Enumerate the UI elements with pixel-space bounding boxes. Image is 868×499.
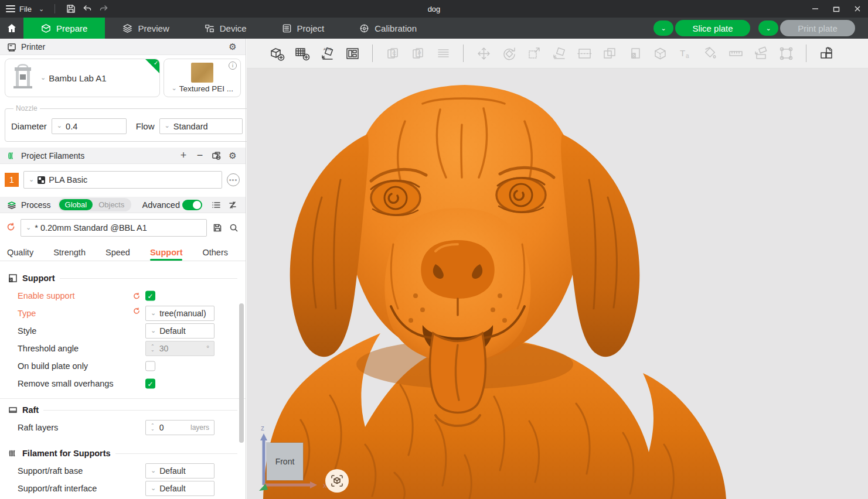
slice-options-button[interactable]: ⌄ [653,20,673,36]
tab-project[interactable]: Project [264,18,342,39]
printer-settings-button[interactable]: ⚙ [227,41,239,53]
paste-icon: P [408,43,428,63]
chevron-down-icon: ⌄ [151,484,156,492]
close-button[interactable] [847,0,868,18]
filament-name: PLA Basic [49,175,87,184]
tab-speed[interactable]: Speed [105,248,130,261]
support-painting-icon [625,43,645,63]
minimize-button[interactable] [805,0,826,18]
rotate-icon [499,43,519,63]
assembly-view-icon[interactable] [816,43,836,63]
tab-support[interactable]: Support [150,248,183,261]
svg-text:AUTO: AUTO [324,47,332,51]
model-dog[interactable] [247,69,868,499]
reset-param-button[interactable] [132,292,141,302]
chevron-down-icon: ⌄ [151,467,156,474]
save-button[interactable] [66,4,76,14]
add-object-icon[interactable] [267,43,287,63]
tab-device[interactable]: Device [187,18,264,39]
print-plate-button[interactable]: Print plate [780,20,855,36]
tab-preview[interactable]: Preview [105,18,186,39]
add-filament-button[interactable]: + [178,150,189,162]
scope-objects[interactable]: Objects [93,199,130,210]
object-list-icon [433,43,453,63]
process-header-label: Process [21,200,51,210]
param-row-enable-support: Enable support ✓ [0,287,246,305]
add-plate-icon[interactable] [292,43,312,63]
preset-row: ⌄ * 0.20mm Standard @BBL A1 [0,213,246,242]
param-row-support-raft-base: Support/raft base ⌄ Default [0,462,246,480]
compare-presets-button[interactable] [227,199,239,211]
file-menu-label: File [19,5,32,13]
plate-card[interactable]: i ⌄ Textured PEI ... [164,59,241,97]
tab-prepare[interactable]: Prepare [23,18,105,39]
fit-view-button[interactable] [325,469,349,493]
tab-calibration[interactable]: Calibration [342,18,434,39]
window-title: dog [0,5,868,13]
tab-quality[interactable]: Quality [7,248,33,261]
mesh-boolean-icon [600,43,619,63]
reset-param-button[interactable] [132,307,141,317]
slice-plate-button[interactable]: Slice plate [675,20,750,36]
flow-select[interactable]: ⌄ Standard [159,118,243,134]
navigation-cube[interactable]: Front z x [257,426,333,497]
remove-filament-button[interactable]: − [194,150,206,162]
param-row-remove-small-overhangs: Remove small overhangs ✓ [0,375,246,392]
file-menu-chevron-icon[interactable]: ⌄ [39,5,44,13]
panel-scrollbar[interactable] [239,303,244,443]
search-params-button[interactable] [228,222,240,234]
file-menu[interactable]: File [6,5,32,13]
process-preset-select[interactable]: ⌄ * 0.20mm Standard @BBL A1 [21,219,207,237]
filaments-section-header: Project Filaments + − ⚙ [0,148,246,164]
sync-filament-button[interactable] [210,150,222,162]
diameter-select[interactable]: ⌄ 0.4 [52,118,127,134]
support-type-select[interactable]: ⌄ tree(manual) [145,306,215,321]
redo-button[interactable] [98,4,109,14]
bambu-studio-window: File ⌄ dog Prepare [0,0,868,499]
undo-icon [83,4,92,13]
filaments-header-label: Project Filaments [21,151,84,160]
enable-support-checkbox[interactable]: ✓ [145,291,155,301]
auto-orient-icon[interactable]: AUTO [317,43,337,63]
filament-slot-badge: 1 [5,173,19,187]
support-raft-interface-select[interactable]: ⌄ Default [145,481,215,496]
save-preset-button[interactable] [212,222,223,234]
undo-button[interactable] [82,4,93,14]
process-scope-toggle: Global Objects [58,198,132,211]
plate-info-icon[interactable]: i [229,61,237,70]
titlebar-separator [55,4,55,13]
process-tabs: Quality Strength Speed Support Others [0,242,246,261]
on-build-plate-only-checkbox[interactable] [145,361,155,371]
advanced-toggle[interactable] [182,200,202,210]
hamburger-icon [6,5,15,12]
tab-others[interactable]: Others [202,248,228,261]
plate-name: Textured PEI ... [179,84,233,93]
arrange-icon[interactable] [342,43,362,63]
navcube-front-face[interactable]: Front [267,443,303,480]
printer-image [10,63,36,93]
process-section-header: Process Global Objects Advanced [0,197,246,213]
param-list-button[interactable] [210,199,222,211]
printer-card[interactable]: ⌄ Bambu Lab A1 ✓ [5,59,160,97]
support-raft-base-select[interactable]: ⌄ Default [145,463,215,479]
diameter-label: Diameter [11,121,47,131]
home-button[interactable] [0,18,23,39]
x-axis-arrow [310,481,317,488]
maximize-button[interactable] [826,0,847,18]
support-style-select[interactable]: ⌄ Default [145,323,215,339]
filament-more-button[interactable]: ••• [227,173,240,186]
filament-supports-group-header: Filament for Supports [0,445,246,462]
filament-select[interactable]: ⌄ PLA Basic [23,171,222,189]
remove-small-overhangs-checkbox[interactable]: ✓ [145,379,155,389]
print-options-button[interactable]: ⌄ [758,20,778,36]
scope-global[interactable]: Global [59,199,93,210]
reset-preset-button[interactable] [6,222,16,234]
svg-text:C: C [392,50,396,56]
raft-layers-input[interactable]: ⌃⌄ 0 layers [145,420,215,435]
preset-name: * 0.20mm Standard @BBL A1 [35,223,147,233]
filament-settings-button[interactable]: ⚙ [227,150,239,162]
raft-group-header: Raft [0,401,246,419]
tab-strength[interactable]: Strength [53,248,86,261]
viewport-3d[interactable]: AUTOCPTa [247,39,868,499]
spinner-arrows-icon[interactable]: ⌃⌄ [151,424,155,431]
